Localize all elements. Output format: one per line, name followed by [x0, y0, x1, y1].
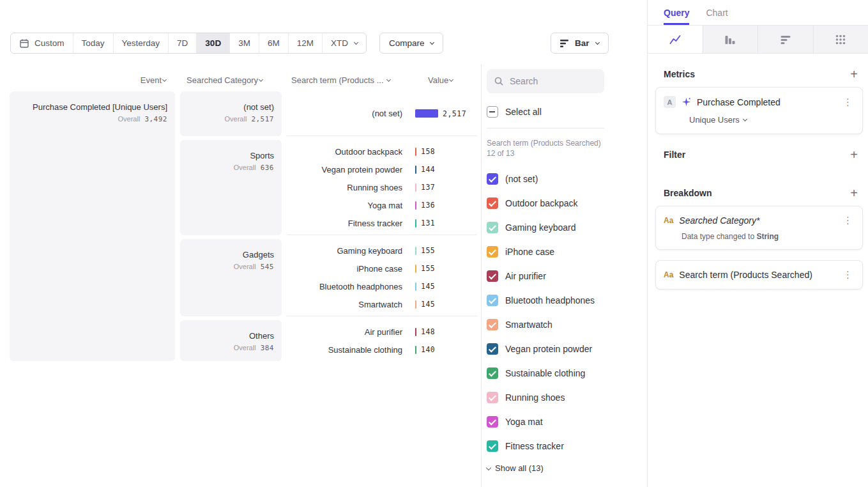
- kebab-menu-icon[interactable]: ⋮: [841, 269, 855, 281]
- checked-checkbox[interactable]: [487, 173, 498, 185]
- term-value: 2,517: [443, 109, 466, 118]
- tab-query[interactable]: Query: [664, 0, 689, 25]
- kebab-menu-icon[interactable]: ⋮: [841, 215, 855, 226]
- select-all-toggle[interactable]: Select all: [487, 106, 643, 118]
- checked-checkbox[interactable]: [487, 343, 498, 355]
- range-7d[interactable]: 7D: [168, 33, 196, 53]
- custom-date-button[interactable]: Custom: [11, 33, 73, 53]
- range-3m[interactable]: 3M: [229, 33, 259, 53]
- term-row[interactable]: Gaming keyboard155: [287, 242, 477, 259]
- term-row[interactable]: Running shoes137: [287, 178, 477, 196]
- term-row[interactable]: Sustainable clothing140: [287, 341, 477, 359]
- term-label: (not set): [287, 109, 409, 118]
- term-row[interactable]: Yoga mat136: [287, 196, 477, 214]
- metric-card[interactable]: A Purchase Completed ⋮ Unique Users: [655, 87, 863, 134]
- checked-checkbox[interactable]: [487, 392, 498, 403]
- event-cell[interactable]: Purchase Completed [Unique Users] Overal…: [10, 91, 175, 361]
- chevron-down-icon: [449, 77, 453, 82]
- term-value: 145: [421, 300, 435, 309]
- value-column-header[interactable]: Value: [428, 75, 453, 85]
- legend-label: Yoga mat: [505, 417, 543, 427]
- legend-item[interactable]: Fitness tracker: [487, 434, 643, 458]
- panel-divider: [481, 64, 482, 487]
- chart-type-selector[interactable]: Bar: [551, 33, 609, 54]
- chevron-down-icon: [430, 40, 434, 44]
- category-column-header[interactable]: Searched Category: [180, 75, 282, 85]
- legend-item[interactable]: Gaming keyboard: [487, 215, 643, 240]
- breakdown-card[interactable]: AaSearch term (Products Searched)⋮: [655, 260, 863, 290]
- term-row[interactable]: Bluetooth headphones145: [287, 277, 477, 295]
- category-cell[interactable]: SportsOverall636: [180, 140, 282, 235]
- legend-item[interactable]: Running shoes: [487, 385, 643, 410]
- compare-button[interactable]: Compare: [379, 33, 444, 54]
- indeterminate-checkbox[interactable]: [487, 106, 498, 118]
- legend-item[interactable]: (not set): [487, 167, 643, 191]
- add-breakdown-button[interactable]: +: [850, 187, 858, 199]
- legend-search[interactable]: [487, 69, 604, 93]
- range-6m[interactable]: 6M: [259, 33, 288, 53]
- category-overall-value: 636: [261, 164, 274, 172]
- breakdown-cards: AaSearched Category*⋮Data type changed t…: [648, 206, 868, 290]
- insights-tab[interactable]: [648, 26, 703, 53]
- value-bar: [415, 328, 416, 336]
- checked-checkbox[interactable]: [487, 222, 498, 233]
- range-12m[interactable]: 12M: [288, 33, 322, 53]
- divider: [487, 128, 604, 128]
- event-column-header[interactable]: Event: [10, 75, 175, 85]
- term-row[interactable]: Vegan protein powder144: [287, 160, 477, 178]
- checked-checkbox[interactable]: [487, 416, 498, 428]
- event-overall-value: 3,492: [144, 115, 167, 123]
- checked-checkbox[interactable]: [487, 295, 498, 306]
- term-row[interactable]: Outdoor backpack158: [287, 143, 477, 160]
- flows-tab[interactable]: [813, 26, 868, 53]
- legend-item[interactable]: Air purifier: [487, 264, 643, 288]
- term-row[interactable]: (not set)2,517: [287, 105, 477, 123]
- checked-checkbox[interactable]: [487, 440, 498, 452]
- custom-label: Custom: [34, 38, 65, 48]
- legend-item[interactable]: Vegan protein powder: [487, 337, 643, 361]
- breakdown-label: Search term (Products Searched): [679, 270, 812, 280]
- range-today[interactable]: Today: [73, 33, 113, 53]
- tab-chart[interactable]: Chart: [706, 0, 727, 25]
- retention-tab[interactable]: [758, 26, 813, 53]
- category-cell[interactable]: GadgetsOverall545: [180, 239, 282, 316]
- checked-checkbox[interactable]: [487, 319, 498, 330]
- category-cell[interactable]: OthersOverall384: [180, 320, 282, 361]
- term-label: Fitness tracker: [287, 219, 409, 228]
- range-30d[interactable]: 30D: [196, 33, 229, 53]
- legend-item[interactable]: iPhone case: [487, 240, 643, 264]
- breakdown-card[interactable]: AaSearched Category*⋮Data type changed t…: [655, 206, 863, 250]
- checked-checkbox[interactable]: [487, 367, 498, 379]
- breakdown-title: Breakdown: [664, 188, 712, 198]
- breakdown-note: Data type changed to String: [681, 232, 855, 241]
- legend-item[interactable]: Smartwatch: [487, 313, 643, 337]
- checked-checkbox[interactable]: [487, 270, 498, 282]
- value-bar: [415, 346, 416, 354]
- term-row[interactable]: Air purifier148: [287, 323, 477, 341]
- range-xtd[interactable]: XTD: [322, 33, 366, 53]
- legend-item[interactable]: Bluetooth headphones: [487, 288, 643, 313]
- term-row[interactable]: Smartwatch145: [287, 295, 477, 313]
- term-label: Air purifier: [287, 327, 409, 337]
- kebab-menu-icon[interactable]: ⋮: [841, 97, 855, 108]
- category-cell[interactable]: (not set)Overall2,517: [180, 91, 282, 136]
- legend-item[interactable]: Sustainable clothing: [487, 361, 643, 385]
- show-all-link[interactable]: Show all (13): [487, 463, 643, 473]
- value-bar: [415, 166, 416, 174]
- legend-item[interactable]: Outdoor backpack: [487, 191, 643, 215]
- term-label: Bluetooth headphones: [287, 282, 409, 291]
- add-filter-button[interactable]: +: [850, 149, 858, 160]
- range-yesterday[interactable]: Yesterday: [113, 33, 169, 53]
- term-row[interactable]: iPhone case155: [287, 259, 477, 277]
- funnels-tab[interactable]: [703, 26, 758, 53]
- search-input[interactable]: [510, 76, 593, 86]
- checked-checkbox[interactable]: [487, 197, 498, 209]
- aggregation-selector[interactable]: Unique Users: [689, 115, 855, 125]
- checked-checkbox[interactable]: [487, 246, 498, 258]
- legend-item[interactable]: Yoga mat: [487, 410, 643, 434]
- add-metric-button[interactable]: +: [850, 68, 858, 80]
- term-row[interactable]: Fitness tracker131: [287, 214, 477, 232]
- overall-label: Overall: [234, 263, 256, 270]
- search-term-column-header[interactable]: Search term (Products ...: [287, 75, 409, 85]
- app-root: Custom TodayYesterday7D30D3M6M12M XTD Co…: [0, 0, 868, 487]
